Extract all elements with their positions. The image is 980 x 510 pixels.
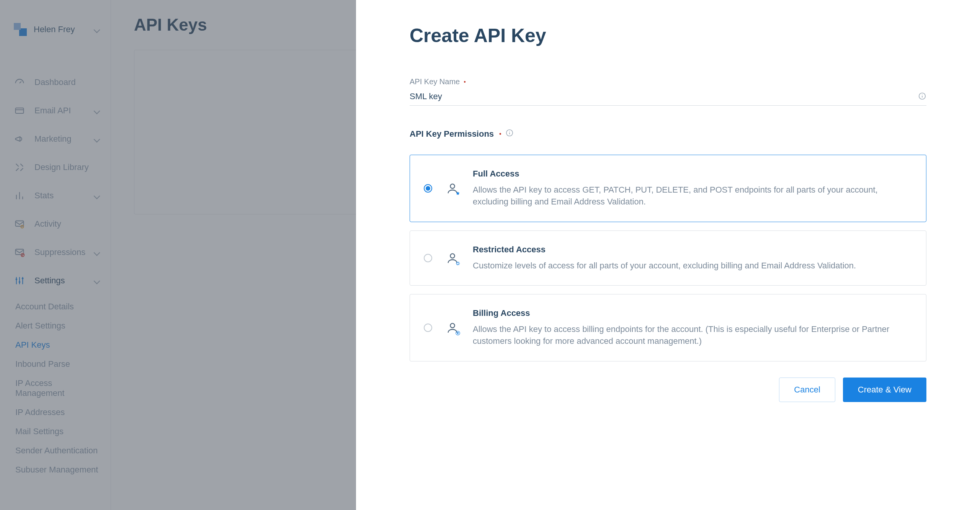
create-and-view-button[interactable]: Create & View	[843, 378, 926, 402]
radio-indicator	[424, 324, 432, 332]
create-api-key-drawer: Create API Key API Key Name • API Key Pe…	[356, 0, 980, 510]
permission-description: Customize levels of access for all parts…	[473, 260, 911, 272]
drawer-actions: Cancel Create & View	[410, 378, 926, 402]
required-indicator: •	[499, 131, 501, 137]
permission-option-restricted-access[interactable]: Restricted Access Customize levels of ac…	[410, 230, 926, 286]
svg-point-14	[457, 262, 459, 265]
permission-description: Allows the API key to access billing end…	[473, 324, 911, 347]
user-dollar-icon	[446, 321, 459, 334]
svg-point-11	[509, 131, 510, 132]
api-key-name-input[interactable]	[410, 88, 926, 106]
svg-point-13	[450, 254, 454, 258]
info-icon[interactable]	[505, 129, 514, 139]
user-star-icon	[446, 182, 459, 195]
permission-title: Full Access	[473, 169, 911, 179]
permission-title: Restricted Access	[473, 245, 911, 255]
user-gear-icon	[446, 252, 459, 265]
permission-title: Billing Access	[473, 308, 911, 318]
svg-point-15	[450, 324, 454, 328]
permission-option-billing-access[interactable]: Billing Access Allows the API key to acc…	[410, 294, 926, 361]
drawer-title: Create API Key	[410, 25, 926, 47]
radio-indicator	[424, 184, 432, 193]
svg-point-9	[922, 95, 922, 95]
permissions-section-label: API Key Permissions•	[410, 129, 926, 139]
info-icon[interactable]	[918, 92, 926, 102]
radio-indicator	[424, 254, 432, 262]
required-indicator: •	[464, 78, 466, 85]
svg-point-12	[450, 184, 454, 188]
api-key-name-label: API Key Name •	[410, 77, 926, 86]
permission-option-full-access[interactable]: Full Access Allows the API key to access…	[410, 155, 926, 222]
cancel-button[interactable]: Cancel	[779, 378, 835, 402]
permission-description: Allows the API key to access GET, PATCH,…	[473, 184, 911, 208]
permissions-radio-group: Full Access Allows the API key to access…	[410, 155, 926, 361]
